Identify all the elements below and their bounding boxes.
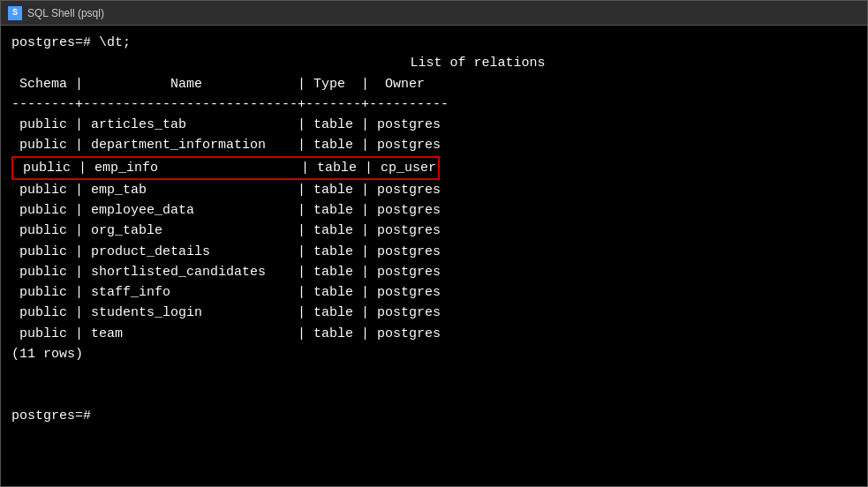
row-10: public | students_login | table | postgr… (11, 303, 857, 323)
row-1: public | articles_tab | table | postgres (11, 115, 857, 135)
row-7: public | product_details | table | postg… (11, 242, 857, 262)
row-5: public | employee_data | table | postgre… (11, 200, 857, 221)
row-9: public | staff_info | table | postgres (11, 282, 857, 303)
row-count: (11 rows) (11, 344, 857, 364)
column-header: Schema | Name | Type | Owner (11, 74, 857, 94)
row-3-highlighted: public | emp_info | table | cp_user (11, 156, 857, 180)
command-line: postgres=# \dt; (11, 33, 857, 53)
titlebar: S SQL Shell (psql) (1, 1, 867, 26)
final-prompt: postgres=# (11, 406, 857, 426)
highlighted-row-box: public | emp_info | table | cp_user (11, 156, 440, 180)
separator-line: --------+---------------------------+---… (11, 94, 857, 115)
window: S SQL Shell (psql) postgres=# \dt; List … (0, 0, 868, 487)
row-6: public | org_table | table | postgres (11, 221, 857, 241)
row-4: public | emp_tab | table | postgres (11, 180, 857, 200)
empty-line-2 (11, 385, 857, 405)
row-8: public | shortlisted_candidates | table … (11, 262, 857, 282)
window-title: SQL Shell (psql) (27, 7, 104, 19)
row-11: public | team | table | postgres (11, 324, 857, 344)
list-header: List of relations (11, 53, 857, 73)
empty-line-1 (11, 364, 857, 385)
row-2: public | department_information | table … (11, 135, 857, 155)
terminal-body[interactable]: postgres=# \dt; List of relations Schema… (1, 26, 867, 486)
app-icon: S (8, 6, 22, 20)
